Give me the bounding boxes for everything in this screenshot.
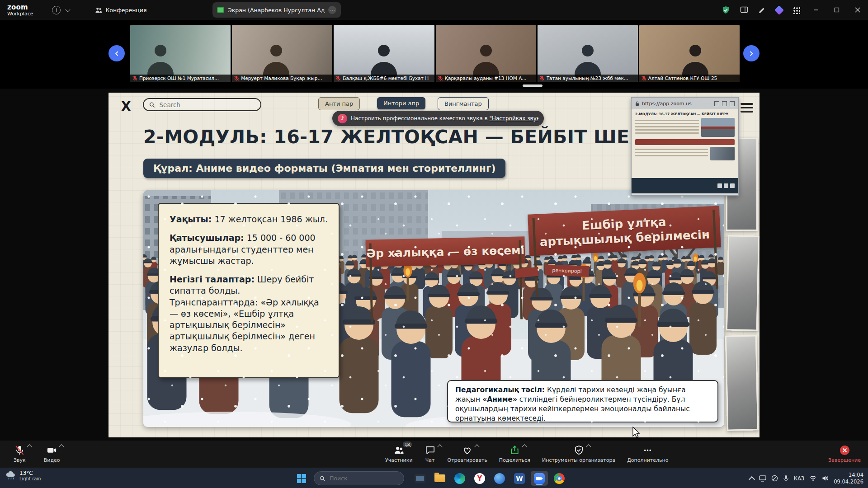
menu-hamburger-icon[interactable] xyxy=(741,101,753,115)
strip-collapse-handle[interactable] xyxy=(523,84,542,87)
titlebar-actions xyxy=(722,0,800,20)
screen-share-icon xyxy=(217,7,224,13)
participant-tile[interactable]: Приозерск ОШ №1 Муратасил... xyxy=(130,25,231,82)
slide-search-box[interactable] xyxy=(143,98,261,111)
audio-settings-link[interactable]: "Настройках звука" xyxy=(489,115,538,122)
more-button[interactable]: Дополнительно xyxy=(627,444,668,463)
info-icon[interactable]: i xyxy=(52,6,61,14)
popup-window-control[interactable] xyxy=(722,101,727,106)
start-button[interactable] xyxy=(294,471,309,486)
chat-button[interactable]: Чат xyxy=(425,444,436,463)
browser-app[interactable] xyxy=(491,471,508,486)
chevron-down-icon[interactable] xyxy=(66,7,71,12)
next-participants-button[interactable]: › xyxy=(743,45,760,61)
zoom-app[interactable] xyxy=(531,471,548,486)
tray-mic-icon[interactable] xyxy=(783,475,789,482)
close-button[interactable] xyxy=(847,0,868,20)
edge-app[interactable] xyxy=(451,471,468,486)
end-meeting-button[interactable]: Завершение xyxy=(828,444,861,463)
browser-popup[interactable]: https://app.zoom.us 2-МОДУЛЬ: 16-17 ЖЕЛТ… xyxy=(631,97,739,196)
taskbar-clock[interactable]: 14:04 09.04.2026 xyxy=(834,472,863,485)
chevron-up-icon[interactable] xyxy=(475,444,480,449)
slide-search-input[interactable] xyxy=(159,101,255,109)
taskbar-search[interactable] xyxy=(314,471,404,485)
chevron-up-icon[interactable] xyxy=(522,444,527,449)
info-time-label: Уақыты: xyxy=(170,214,212,224)
chevron-up-icon[interactable] xyxy=(27,444,32,449)
weather-widget[interactable]: 13°C Light rain xyxy=(5,470,41,482)
protest-banner-right: Ешбір ұлтқа артықшылық берілмесін xyxy=(528,206,721,256)
host-tools-button[interactable]: Инструменты организатора xyxy=(542,444,615,463)
end-meeting-label: Завершение xyxy=(828,457,861,463)
logo-workplace-text: Workplace xyxy=(7,11,33,16)
mini-slide-image xyxy=(701,118,735,137)
tray-expand-icon[interactable] xyxy=(749,476,755,482)
ai-companion-icon[interactable] xyxy=(774,5,784,14)
previous-participants-button[interactable]: ‹ xyxy=(108,45,125,61)
tab-screen-share[interactable]: Экран (Анарбеков Нурсултан Ад ⋯ xyxy=(212,2,341,18)
participant-tile[interactable]: Меруерт Маликова Бұқар жыр... xyxy=(232,25,332,82)
mic-muted-icon xyxy=(234,75,239,81)
browser-popup-url[interactable]: https://app.zoom.us xyxy=(642,101,712,107)
small-banner-text: ренкоирорі xyxy=(545,264,590,277)
pedagogy-label: Педагогикалық тәсіл: xyxy=(455,386,545,394)
chevron-up-icon[interactable] xyxy=(586,444,591,449)
tab-more-icon[interactable]: ⋯ xyxy=(328,6,336,14)
edit-pencil-icon[interactable] xyxy=(758,6,766,14)
shield-check-icon[interactable] xyxy=(722,6,730,14)
participant-tile[interactable]: Алтай Сатпенов КГУ ОШ 25 xyxy=(639,25,740,82)
slide-tab-2[interactable]: Интори апр xyxy=(377,97,425,109)
share-button[interactable]: Поделиться xyxy=(499,444,530,463)
zoom-toolbar: Звук Видео 18 Участники xyxy=(0,441,868,468)
edge-icon xyxy=(454,473,465,484)
react-button[interactable]: Отреагировать xyxy=(448,444,487,463)
info-participants-label: Қатысушылар: xyxy=(170,233,244,243)
protest-scene-image: Әр халыққа — өз көсемі Ешбір ұлтқа артық… xyxy=(143,190,724,427)
yandex-app[interactable]: Y xyxy=(471,471,488,486)
popup-window-control[interactable] xyxy=(730,101,735,106)
popup-window-control[interactable] xyxy=(714,101,719,106)
mini-banner-strip xyxy=(635,139,735,145)
historic-photo-fragment xyxy=(725,335,759,431)
chrome-app[interactable] xyxy=(551,471,568,486)
yandex-icon: Y xyxy=(474,473,485,484)
info-time-text: 17 желтоқсан 1986 жыл. xyxy=(212,214,328,224)
chevron-up-icon[interactable] xyxy=(59,444,64,449)
participant-tile[interactable]: Балқаш қ.ЖББ#6 мектебі Бухат Н xyxy=(334,25,434,82)
wifi-icon[interactable] xyxy=(809,475,817,481)
chevron-up-icon[interactable] xyxy=(437,444,442,449)
speaker-icon[interactable] xyxy=(822,475,829,481)
participant-tile[interactable]: Татан ауылының №23 жбб мек... xyxy=(538,25,638,82)
layout-panel-icon[interactable] xyxy=(740,6,748,14)
monitor-icon[interactable] xyxy=(759,475,766,482)
audio-quality-notification[interactable]: ♪ Настроить профессиональное качество зв… xyxy=(332,111,544,126)
computer-app[interactable] xyxy=(411,471,429,486)
participant-tile[interactable]: Қарқаралы ауданы #13 НОМ А... xyxy=(436,25,536,82)
participants-button[interactable]: 18 Участники xyxy=(385,444,413,463)
word-app[interactable]: W xyxy=(511,471,528,486)
pedagogy-box: Педагогикалық тәсіл: Күрделі тарихи кезе… xyxy=(447,380,718,422)
slide-tab-3[interactable]: Вингмантар xyxy=(438,97,489,110)
video-button[interactable]: Видео xyxy=(44,444,60,463)
participant-name-bar: Меруерт Маликова Бұқар жыр... xyxy=(232,75,332,82)
conference-tab-label: Конференция xyxy=(105,7,146,14)
taskbar-search-input[interactable] xyxy=(329,474,398,482)
keyboard-language[interactable]: КАЗ xyxy=(794,475,804,482)
slide-tab-1[interactable]: Анти пар xyxy=(318,97,360,110)
info-demands-text: Шеру бейбіт сипатта болды. Транспарантта… xyxy=(170,274,319,353)
participant-name-bar: Балқаш қ.ЖББ#6 мектебі Бухат Н xyxy=(334,75,434,82)
mini-slide-image xyxy=(710,147,735,160)
participant-silhouette xyxy=(146,45,175,75)
minimize-button[interactable] xyxy=(806,0,826,20)
participant-name-bar: Приозерск ОШ №1 Муратасил... xyxy=(130,75,231,82)
tab-conference[interactable]: Конференция xyxy=(95,7,146,14)
blocked-device-icon[interactable] xyxy=(771,475,778,482)
file-explorer-app[interactable] xyxy=(431,471,448,486)
titlebar: zoom Workplace i Конференция Экран (Анар… xyxy=(0,0,868,20)
apps-grid-icon[interactable] xyxy=(793,6,800,14)
end-meeting-icon xyxy=(839,445,850,456)
chrome-icon xyxy=(554,473,565,484)
maximize-button[interactable] xyxy=(826,0,847,20)
audio-button[interactable]: Звук xyxy=(14,444,26,463)
word-icon: W xyxy=(514,473,525,484)
